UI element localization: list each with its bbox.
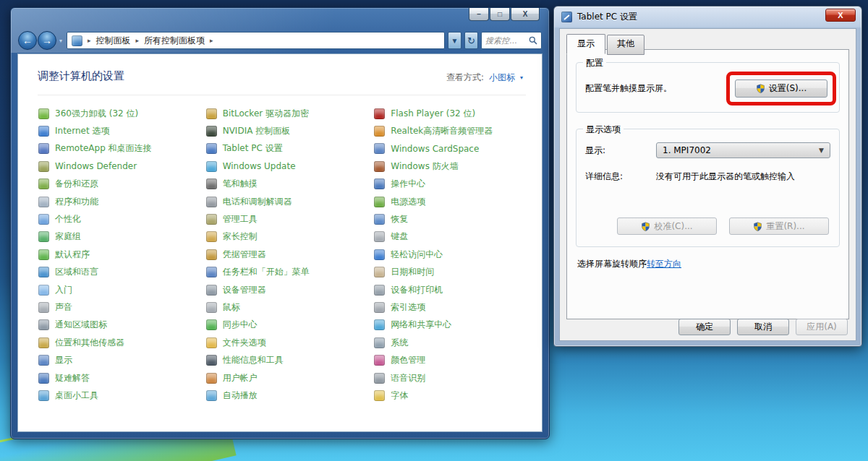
flash-player-icon (374, 108, 385, 119)
parental-controls-icon (206, 231, 217, 242)
control-panel-item-label: 任务栏和「开始」菜单 (223, 266, 310, 278)
control-panel-item[interactable]: 电源选项 (374, 193, 542, 210)
control-panel-item[interactable]: 电话和调制解调器 (206, 193, 375, 210)
control-panel-item[interactable]: 默认程序 (38, 246, 206, 263)
backup-restore-icon (38, 178, 49, 189)
control-panel-item[interactable]: 颜色管理 (374, 351, 542, 369)
control-panel-item[interactable]: 文件夹选项 (206, 334, 375, 351)
control-panel-item[interactable]: 设备管理器 (206, 281, 375, 298)
reset-button: 重置(R)... (729, 217, 829, 235)
control-panel-item[interactable]: 任务栏和「开始」菜单 (206, 264, 375, 281)
tab-display[interactable]: 显示 (566, 34, 605, 54)
control-panel-item[interactable]: 家长控制 (206, 228, 375, 246)
control-panel-item[interactable]: 字体 (374, 387, 542, 404)
control-panel-item[interactable]: 网络和共享中心 (374, 316, 542, 334)
back-button[interactable]: ← (18, 31, 37, 50)
fonts-icon (374, 390, 385, 401)
desktop-gadgets-icon (38, 390, 49, 401)
control-panel-item[interactable]: Windows Update (206, 158, 375, 175)
control-panel-item[interactable]: 性能信息和工具 (206, 351, 375, 369)
control-panel-item[interactable]: 设备和打印机 (374, 281, 542, 298)
control-panel-item[interactable]: 同步中心 (206, 316, 375, 334)
control-panel-item[interactable]: 用户帐户 (206, 369, 375, 387)
control-panel-item[interactable]: Windows CardSpace (374, 140, 542, 158)
control-panel-item[interactable]: 桌面小工具 (38, 387, 206, 404)
forward-button[interactable]: → (38, 31, 56, 50)
control-panel-item-label: 入门 (55, 284, 72, 296)
control-panel-item[interactable]: Windows 防火墙 (374, 158, 542, 175)
control-panel-item[interactable]: 区域和语言 (38, 264, 206, 281)
control-panel-item[interactable]: 笔和触摸 (206, 176, 375, 193)
combo-arrow-icon: ▼ (819, 147, 824, 154)
tablet-pc-settings-dialog: Tablet PC 设置 X 显示 其他 配置 配置笔并触摸显示屏。 (553, 6, 862, 347)
control-panel-window: – □ X ← → ▾ ▸ 控制面板 ▸ 所有控制面板项 ▸ ▼ ↻ (10, 7, 550, 439)
control-panel-grid: 360强力卸载 (32 位)Internet 选项RemoteApp 和桌面连接… (18, 95, 542, 405)
control-panel-item[interactable]: 备份和还原 (38, 176, 206, 193)
control-panel-item[interactable]: NVIDIA 控制面板 (206, 122, 375, 139)
control-panel-item[interactable]: 语音识别 (374, 369, 542, 387)
control-panel-item[interactable]: 通知区域图标 (38, 316, 206, 334)
control-panel-item[interactable]: 轻松访问中心 (374, 246, 542, 263)
control-panel-item[interactable]: Internet 选项 (38, 122, 206, 139)
control-panel-item[interactable]: Realtek高清晰音频管理器 (374, 122, 542, 139)
user-accounts-icon (206, 373, 217, 384)
settings-button[interactable]: 设置(S)... (735, 79, 827, 98)
dialog-tabs: 显示 其他 (566, 34, 646, 54)
personalization-icon (38, 214, 49, 225)
ok-button[interactable]: 确定 (678, 319, 731, 335)
control-panel-item-label: 系统 (391, 337, 408, 349)
go-to-orientation-link[interactable]: 转至方向 (647, 259, 681, 269)
control-panel-item[interactable]: 显示 (38, 351, 206, 369)
control-panel-item[interactable]: 程序和功能 (38, 193, 206, 210)
chevron-down-icon[interactable]: ▾ (520, 74, 523, 81)
control-panel-item-label: 索引选项 (391, 301, 425, 314)
control-panel-item[interactable]: 恢复 (374, 210, 542, 228)
control-panel-item[interactable]: 键盘 (374, 228, 542, 246)
control-panel-item[interactable]: 家庭组 (38, 228, 206, 246)
control-panel-item[interactable]: 声音 (38, 298, 206, 316)
display-select[interactable]: 1. MPI7002 ▼ (656, 142, 830, 158)
control-panel-item[interactable]: Tablet PC 设置 (206, 140, 375, 158)
close-button[interactable]: X (511, 8, 540, 21)
breadcrumb-item-control-panel[interactable]: 控制面板 (96, 35, 131, 47)
refresh-button[interactable]: ↻ (464, 32, 478, 49)
control-panel-item[interactable]: 鼠标 (206, 298, 375, 316)
page-title: 调整计算机的设置 (38, 69, 124, 83)
calibrate-button-label: 校准(C)... (654, 220, 692, 233)
realtek-audio-icon (374, 126, 385, 137)
control-panel-item[interactable]: RemoteApp 和桌面连接 (38, 140, 206, 158)
control-panel-item[interactable]: 360强力卸载 (32 位) (38, 105, 206, 122)
search-input[interactable] (485, 36, 527, 46)
nav-history-chevron-icon[interactable]: ▾ (59, 38, 62, 44)
maximize-button[interactable]: □ (490, 8, 510, 21)
cancel-button[interactable]: 取消 (737, 319, 789, 335)
address-dropdown-button[interactable]: ▼ (448, 32, 461, 49)
breadcrumb: ▸ 控制面板 ▸ 所有控制面板项 ▸ (67, 32, 445, 49)
control-panel-item[interactable]: Windows Defender (38, 158, 206, 175)
control-panel-item[interactable]: 入门 (38, 281, 206, 298)
control-panel-item[interactable]: 索引选项 (374, 298, 542, 316)
control-panel-item[interactable]: 个性化 (38, 210, 206, 228)
control-panel-item[interactable]: 位置和其他传感器 (38, 334, 206, 351)
windows-defender-icon (38, 161, 49, 172)
admin-tools-icon (206, 214, 217, 225)
breadcrumb-item-all-items[interactable]: 所有控制面板项 (144, 35, 205, 47)
control-panel-item[interactable]: 操作中心 (374, 176, 542, 193)
control-panel-item[interactable]: 管理工具 (206, 210, 375, 228)
ease-of-access-icon (374, 249, 385, 260)
tab-other[interactable]: 其他 (607, 35, 644, 55)
control-panel-item[interactable]: 自动播放 (206, 387, 375, 404)
control-panel-item[interactable]: 日期和时间 (374, 264, 542, 281)
control-panel-item[interactable]: 疑难解答 (38, 369, 206, 387)
control-panel-item-label: 电源选项 (391, 196, 425, 208)
control-panel-item-label: 文件夹选项 (223, 337, 266, 349)
control-panel-item-label: 管理工具 (223, 213, 258, 225)
breadcrumb-arrow-icon: ▸ (88, 37, 91, 44)
control-panel-item[interactable]: 系统 (374, 334, 542, 351)
control-panel-item[interactable]: Flash Player (32 位) (374, 105, 542, 122)
control-panel-item[interactable]: BitLocker 驱动器加密 (206, 105, 375, 122)
dialog-close-button[interactable]: X (825, 9, 856, 22)
control-panel-item[interactable]: 凭据管理器 (206, 246, 375, 263)
minimize-button[interactable]: – (469, 8, 489, 21)
view-mode-value-link[interactable]: 小图标 (489, 72, 515, 84)
